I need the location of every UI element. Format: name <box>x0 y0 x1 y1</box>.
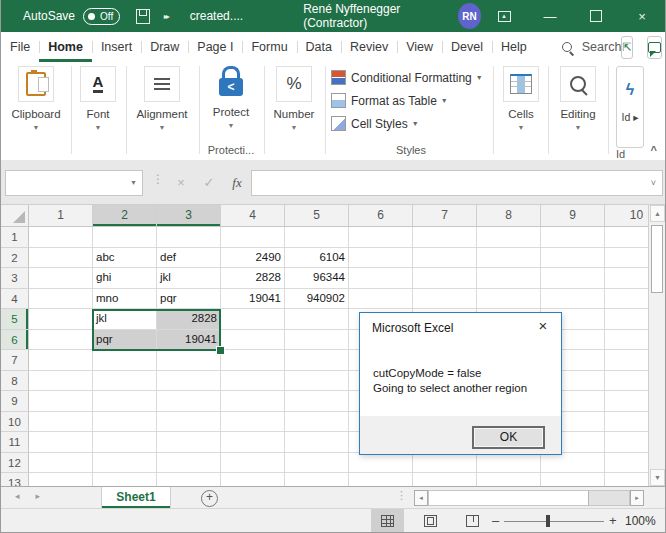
sheet-nav-arrows[interactable]: ◂▸ <box>15 491 56 501</box>
cell[interactable] <box>29 248 93 269</box>
cell[interactable]: abc <box>93 248 157 269</box>
cell[interactable] <box>477 268 541 289</box>
cell[interactable]: jkl <box>157 268 221 289</box>
cell[interactable] <box>29 473 93 486</box>
tab-help[interactable]: Help <box>492 32 536 62</box>
scroll-down-icon[interactable]: ▼ <box>650 469 665 486</box>
account-name[interactable]: René Nyffenegger (Contractor) <box>303 2 448 30</box>
cell[interactable] <box>157 371 221 392</box>
column-header[interactable]: 4 <box>221 205 285 227</box>
dialog-close-icon[interactable]: × <box>533 316 553 336</box>
zoom-level[interactable]: 100% <box>625 514 656 528</box>
tab-developer[interactable]: Devel <box>442 32 492 62</box>
cell[interactable] <box>29 227 93 248</box>
conditional-formatting-button[interactable]: Conditional Formatting ▼ <box>331 66 491 89</box>
column-header[interactable]: 8 <box>477 205 541 227</box>
row-header[interactable]: 4 <box>1 289 29 310</box>
cell[interactable] <box>605 350 650 371</box>
row-header[interactable]: 2 <box>1 248 29 269</box>
cell[interactable] <box>477 289 541 310</box>
cell[interactable] <box>477 248 541 269</box>
cell[interactable] <box>29 289 93 310</box>
cell[interactable]: 96344 <box>285 268 349 289</box>
column-header[interactable]: 6 <box>349 205 413 227</box>
cell[interactable]: 2828 <box>157 309 221 330</box>
share-button[interactable]: ⇱ <box>621 36 632 59</box>
cell[interactable] <box>29 391 93 412</box>
cell[interactable] <box>605 268 650 289</box>
cell[interactable] <box>93 227 157 248</box>
maximize-button[interactable] <box>573 0 619 32</box>
tab-formulas[interactable]: Formu <box>242 32 296 62</box>
page-break-view-button[interactable] <box>456 509 489 533</box>
cell[interactable] <box>541 268 605 289</box>
cell[interactable] <box>93 350 157 371</box>
avatar[interactable]: RN <box>458 3 481 29</box>
column-header[interactable]: 2 <box>93 205 157 227</box>
cell[interactable] <box>29 268 93 289</box>
cell[interactable] <box>541 227 605 248</box>
cell[interactable] <box>221 412 285 433</box>
cell[interactable] <box>285 309 349 330</box>
quick-access-more-icon[interactable]: ▸▸ <box>164 12 168 21</box>
cell[interactable] <box>29 350 93 371</box>
cell[interactable] <box>413 473 477 486</box>
autosave-toggle[interactable]: Off <box>83 8 120 25</box>
column-header[interactable]: 3 <box>157 205 221 227</box>
tab-data[interactable]: Data <box>297 32 341 62</box>
cell[interactable] <box>221 227 285 248</box>
cell[interactable] <box>413 248 477 269</box>
formula-bar-grip-icon[interactable]: ⋮ <box>152 172 164 186</box>
column-header[interactable]: 10 <box>605 205 650 227</box>
cell[interactable] <box>93 412 157 433</box>
row-header[interactable]: 3 <box>1 268 29 289</box>
row-header[interactable]: 13 <box>1 473 29 486</box>
sheet-tab[interactable]: Sheet1 <box>101 487 171 508</box>
normal-view-button[interactable] <box>371 509 404 533</box>
cell[interactable] <box>605 330 650 351</box>
ideas-button[interactable]: ϟ Id ▸ <box>616 66 644 148</box>
cell[interactable] <box>285 412 349 433</box>
cell[interactable] <box>93 432 157 453</box>
font-group-button[interactable]: A Font ▼ <box>72 66 124 156</box>
cell[interactable] <box>477 453 541 474</box>
cell[interactable] <box>413 227 477 248</box>
row-header[interactable]: 11 <box>1 432 29 453</box>
vertical-scrollbar[interactable]: ▲ ▼ <box>648 205 665 486</box>
cell[interactable] <box>349 289 413 310</box>
cell[interactable]: 19041 <box>221 289 285 310</box>
cell[interactable] <box>605 289 650 310</box>
cell[interactable] <box>605 227 650 248</box>
cell[interactable] <box>413 268 477 289</box>
cell[interactable] <box>413 289 477 310</box>
cell[interactable] <box>93 391 157 412</box>
cell[interactable] <box>93 453 157 474</box>
cell[interactable] <box>29 432 93 453</box>
cell[interactable] <box>349 473 413 486</box>
cell[interactable] <box>157 432 221 453</box>
tab-view[interactable]: View <box>397 32 442 62</box>
cell[interactable] <box>157 227 221 248</box>
column-header[interactable]: 7 <box>413 205 477 227</box>
cell[interactable] <box>221 350 285 371</box>
zoom-slider-track[interactable] <box>504 521 604 522</box>
cell[interactable] <box>221 473 285 486</box>
cell[interactable]: 19041 <box>157 330 221 351</box>
cell[interactable]: 2490 <box>221 248 285 269</box>
tab-review[interactable]: Reviev <box>341 32 397 62</box>
row-header[interactable]: 1 <box>1 227 29 248</box>
cell[interactable] <box>605 391 650 412</box>
cell[interactable] <box>157 412 221 433</box>
cell[interactable] <box>541 289 605 310</box>
cell[interactable] <box>605 432 650 453</box>
cell[interactable] <box>413 453 477 474</box>
cell[interactable] <box>29 412 93 433</box>
tab-home[interactable]: Home <box>39 32 92 62</box>
tab-file[interactable]: File <box>1 32 39 62</box>
cell[interactable] <box>477 473 541 486</box>
tab-insert[interactable]: Insert <box>92 32 141 62</box>
cell[interactable] <box>93 371 157 392</box>
cell[interactable] <box>221 330 285 351</box>
cell[interactable] <box>477 227 541 248</box>
tab-page-layout[interactable]: Page I <box>188 32 242 62</box>
